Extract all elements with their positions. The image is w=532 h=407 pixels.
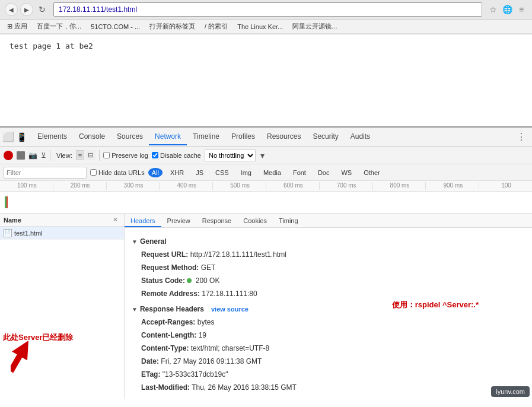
filter-button[interactable]: ⊻ (41, 151, 46, 160)
view-label: View: (56, 152, 72, 159)
tab-security[interactable]: Security (307, 129, 344, 145)
tab-elements[interactable]: Elements (31, 129, 73, 145)
response-triangle-icon: ▼ (132, 306, 138, 313)
filter-all-button[interactable]: All (148, 168, 163, 177)
filter-xhr-button[interactable]: XHR (166, 168, 188, 177)
devtools-inspect-icon[interactable]: ⬜ (2, 131, 14, 142)
disable-cache-text: Disable cache (160, 152, 201, 159)
details-tab-headers[interactable]: Headers (125, 215, 161, 227)
timeline-area (0, 192, 532, 214)
details-tab-response[interactable]: Response (196, 215, 238, 227)
content-type-key: Content-Type: (141, 344, 189, 352)
filter-input[interactable] (4, 167, 87, 179)
response-headers-section: ▼ Response Headers view source (132, 305, 525, 313)
bookmark-baidu-label: 百度一下，你... (37, 22, 81, 31)
camera-button[interactable]: 📷 (28, 151, 37, 160)
address-bar[interactable] (53, 2, 482, 17)
view-grid-button[interactable]: ⊟ (85, 150, 95, 160)
tab-audits[interactable]: Audits (345, 129, 376, 145)
devtools: ⬜ 📱 Elements Console Sources Network Tim… (0, 126, 532, 399)
accept-ranges-row: Accept-Ranges: bytes (132, 316, 525, 329)
bookmark-apps[interactable]: ⊞ 应用 (5, 21, 30, 31)
bookmark-index[interactable]: / 的索引 (202, 21, 230, 31)
reload-button[interactable]: ↻ (36, 3, 49, 16)
timeline-mark-300ms: 300 ms (106, 182, 160, 190)
details-tab-timing[interactable]: Timing (273, 215, 304, 227)
clear-button[interactable] (17, 151, 25, 160)
request-method-row: Request Method: GET (132, 261, 525, 274)
record-button[interactable] (4, 151, 13, 160)
file-icon: 📄 (4, 229, 12, 237)
bookmark-linux[interactable]: The Linux Ker... (235, 23, 285, 31)
disable-cache-checkbox[interactable] (152, 152, 158, 158)
apps-icon: ⊞ (7, 23, 12, 30)
filter-media-button[interactable]: Media (259, 168, 285, 177)
details-panel: Headers Preview Response Cookies Timing … (125, 214, 532, 399)
forward-button[interactable]: ▶ (20, 3, 33, 16)
accept-ranges-val: bytes (197, 318, 215, 326)
tab-profiles[interactable]: Profiles (225, 129, 261, 145)
etag-val: "13-533c317dcb19c" (163, 370, 228, 379)
date-val: Fri, 27 May 2016 09:11:38 GMT (161, 357, 262, 365)
response-headers-text: Response Headers (140, 305, 204, 313)
request-url-key: Request URL: (141, 250, 188, 259)
request-method-key: Request Method: (141, 263, 199, 272)
preserve-log-checkbox[interactable] (103, 152, 110, 158)
filter-css-button[interactable]: CSS (211, 168, 233, 177)
bookmark-aliyun-label: 阿里云开源镜... (292, 22, 337, 31)
devtools-more-icon[interactable]: ⋮ (513, 131, 530, 142)
bookmark-baidu[interactable]: 百度一下，你... (34, 21, 84, 31)
bookmark-aliyun[interactable]: 阿里云开源镜... (290, 21, 339, 31)
general-header-text: General (140, 237, 167, 246)
view-icons: ≡ ⊟ (76, 150, 95, 160)
tab-network[interactable]: Network (149, 129, 187, 145)
filter-other-button[interactable]: Other (359, 168, 384, 177)
remote-address-val: 172.18.11.111:80 (202, 290, 257, 298)
bookmark-newtab[interactable]: 打开新的标签页 (147, 21, 197, 31)
network-toolbar: 📷 ⊻ View: ≡ ⊟ Preserve log Disable cache… (0, 147, 532, 164)
content-type-row: Content-Type: text/html; charset=UTF-8 (132, 342, 525, 355)
tab-sources[interactable]: Sources (111, 129, 149, 145)
request-headers-text: Request Headers (140, 399, 198, 399)
back-button[interactable]: ◀ (5, 3, 18, 16)
tab-console[interactable]: Console (73, 129, 111, 145)
timeline-red-bar (7, 196, 8, 208)
request-item-test1[interactable]: 📄 test1.html (0, 227, 124, 240)
content-length-key: Content-Length: (141, 331, 196, 339)
request-list-header: Name ✕ (0, 214, 124, 227)
bookmark-linux-label: The Linux Ker... (237, 23, 283, 30)
preserve-log-text: Preserve log (112, 152, 148, 159)
star-icon[interactable]: ☆ (487, 4, 499, 15)
date-row: Date: Fri, 27 May 2016 09:11:38 GMT (132, 355, 525, 368)
view-source-link[interactable]: view source (211, 306, 249, 313)
details-tab-cookies[interactable]: Cookies (237, 215, 273, 227)
filter-img-button[interactable]: Img (237, 168, 256, 177)
bookmark-newtab-label: 打开新的标签页 (149, 22, 195, 31)
timeline-mark-200ms: 200 ms (53, 182, 106, 190)
extend-icon[interactable]: ≡ (515, 4, 527, 15)
tab-timeline[interactable]: Timeline (187, 129, 225, 145)
filter-ws-button[interactable]: WS (337, 168, 356, 177)
preserve-log-label[interactable]: Preserve log (103, 152, 148, 159)
col-close-icon[interactable]: ✕ (113, 216, 118, 224)
filter-font-button[interactable]: Font (289, 168, 310, 177)
filter-js-button[interactable]: JS (192, 168, 208, 177)
hide-data-urls-label[interactable]: Hide data URLs (90, 169, 145, 176)
filter-doc-button[interactable]: Doc (314, 168, 334, 177)
globe-icon[interactable]: 🌐 (501, 4, 513, 15)
throttle-select[interactable]: No throttling GPRS Regular 2G Good 2G Re… (205, 150, 256, 161)
timeline-mark-100: 100 (479, 182, 532, 190)
bookmark-51cto[interactable]: 51CTO.COM - ... (88, 23, 142, 31)
disable-cache-label[interactable]: Disable cache (152, 152, 201, 159)
view-list-button[interactable]: ≡ (76, 150, 84, 160)
devtools-mobile-icon[interactable]: 📱 (17, 132, 27, 142)
devtools-tab-bar: ⬜ 📱 Elements Console Sources Network Tim… (0, 128, 532, 147)
last-modified-val: Thu, 26 May 2016 18:38:15 GMT (192, 383, 297, 392)
request-headers-section: ▼ Request Headers view source (132, 399, 525, 399)
request-url-row: Request URL: http://172.18.11.111/test1.… (132, 248, 525, 261)
details-tab-bar: Headers Preview Response Cookies Timing (125, 214, 532, 228)
hide-data-urls-checkbox[interactable] (90, 169, 97, 176)
details-tab-preview[interactable]: Preview (161, 215, 196, 227)
tab-resources[interactable]: Resources (261, 129, 307, 145)
timeline-mark-700ms: 700 ms (319, 182, 372, 190)
